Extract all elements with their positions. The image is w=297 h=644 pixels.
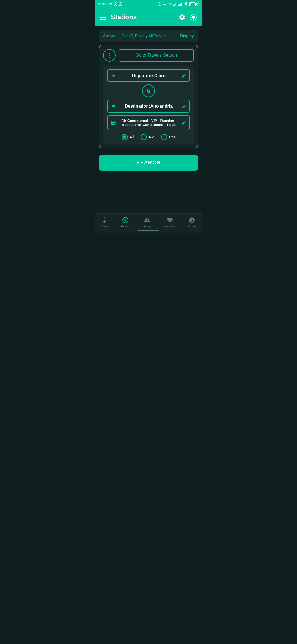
train-type-field[interactable]: Air Conditioned - VIP - Russian - Russia… [107,115,190,130]
nav-favorites-label: Favorites [164,225,176,228]
nav-item-favorites[interactable]: Favorites [164,216,176,228]
departure-value: Departure:Cairo [119,73,178,78]
search-form: Departure:Cairo Destination:Alexa [103,66,194,144]
departure-icon [111,73,116,78]
app-header: Stations [95,8,202,26]
svg-rect-14 [100,19,106,20]
svg-rect-4 [173,5,174,6]
svg-point-1 [115,4,116,5]
nav-item-stations[interactable]: Stations [120,216,131,228]
more-dots-icon [109,53,110,58]
delays-icon [144,216,150,223]
svg-rect-12 [100,15,106,15]
radio-am[interactable]: AM [141,134,155,140]
svg-rect-11 [181,3,182,6]
nav-item-voice[interactable]: Voice [101,216,108,228]
svg-rect-9 [179,4,180,6]
bottom-navigation: Voice Stations Delays Favorites [95,213,202,233]
voice-icon [101,216,108,223]
svg-rect-6 [175,4,175,6]
radio-all-outer [122,134,128,140]
radio-all-label: All [130,135,134,139]
status-time: 11:26 PM [98,2,122,6]
swap-container [107,84,190,97]
theme-toggle-icon[interactable] [190,13,197,21]
radio-all[interactable]: All [122,134,134,140]
radio-all-inner [123,135,127,139]
destination-edit-icon[interactable] [181,103,186,109]
hamburger-menu-icon[interactable] [100,13,106,21]
status-icons: Yo LTE [158,2,199,6]
display-button[interactable]: Display [180,34,194,38]
battery-icon [189,2,196,6]
settings-icon[interactable] [178,13,186,21]
svg-rect-8 [178,5,179,6]
train-type-edit-icon[interactable] [181,120,186,125]
search-button[interactable]: SEARCH [99,155,198,171]
stations-icon [122,216,129,223]
train-type-value: Air Conditioned - VIP - Russian - Russia… [119,119,178,127]
departure-edit-icon[interactable] [181,73,186,78]
nav-delays-label: Delays [143,225,152,228]
nav-item-delays[interactable]: Delays [143,216,152,228]
nav-stations-label: Stations [120,225,131,228]
nav-voice-label: Voice [101,225,108,228]
svg-point-3 [120,4,121,5]
destination-icon [111,103,116,109]
more-options-button[interactable] [103,49,116,62]
swap-button[interactable] [142,84,155,97]
departure-field[interactable]: Departure:Cairo [107,69,190,82]
prices-icon [189,216,195,223]
main-search-card: Go to Travels Search Departure:Cairo [99,45,198,148]
header-right [178,13,197,21]
destination-field[interactable]: Destination:Alexandria [107,100,190,112]
time-filter-group: All AM PM [107,134,190,140]
header-left: Stations [100,13,137,21]
location-banner: Are you in Cairo?, Display All Travels D… [99,30,198,42]
train-type-icon [111,120,116,125]
svg-rect-10 [180,4,181,6]
nav-item-prices[interactable]: Prices [188,216,196,228]
radio-pm-outer [161,134,167,140]
svg-rect-7 [176,3,176,6]
radio-pm[interactable]: PM [161,134,175,140]
radio-am-label: AM [148,135,155,139]
radio-pm-label: PM [169,135,175,139]
status-bar: 11:26 PM Yo LTE [95,0,202,8]
page-title: Stations [111,13,137,21]
radio-am-outer [141,134,147,140]
destination-value: Destination:Alexandria [119,104,178,109]
top-row: Go to Travels Search [103,49,194,62]
go-to-travels-button[interactable]: Go to Travels Search [119,49,194,62]
favorites-icon [167,216,173,223]
svg-rect-13 [100,17,106,18]
svg-rect-5 [174,4,174,6]
location-banner-text: Are you in Cairo?, Display All Travels [103,34,166,38]
nav-prices-label: Prices [188,225,196,228]
home-indicator [138,230,160,231]
